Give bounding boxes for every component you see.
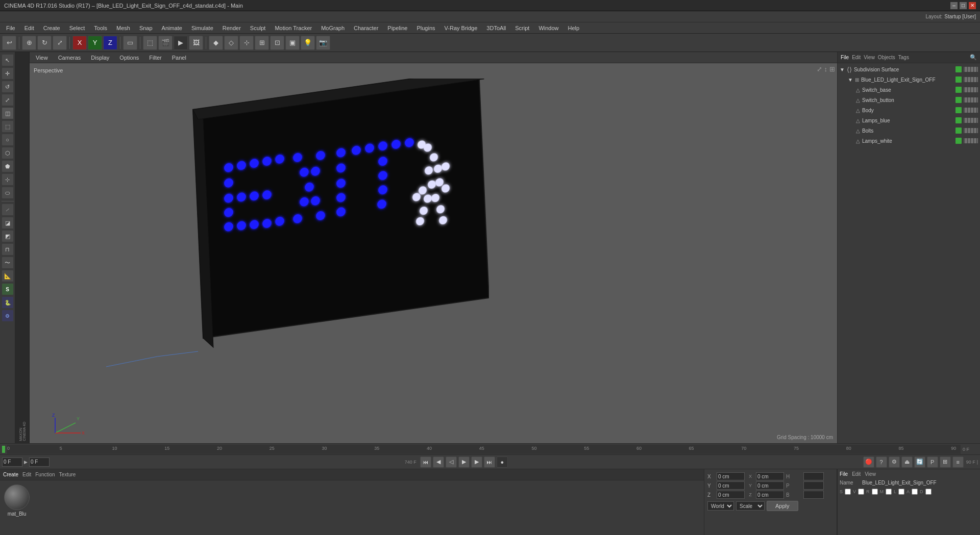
- mat-tab-texture[interactable]: Texture: [59, 472, 76, 477]
- vp-menu-display[interactable]: Display: [89, 54, 111, 62]
- select-btn[interactable]: ▭: [123, 36, 137, 50]
- menu-edit[interactable]: Edit: [20, 24, 38, 32]
- tool-scale[interactable]: ⤢: [2, 94, 14, 106]
- attr-d-check[interactable]: [925, 489, 932, 495]
- axis-z[interactable]: Z: [103, 36, 117, 50]
- points-view[interactable]: ⊹: [239, 36, 254, 50]
- record-btn[interactable]: ●: [497, 456, 508, 468]
- tab-view[interactable]: View: [864, 55, 875, 60]
- scene-item-subdivision[interactable]: ▼ ⟨⟩ Subdivision Surface: [838, 64, 980, 74]
- menu-3dtoall[interactable]: 3DToAll: [482, 24, 510, 32]
- vp-menu-options[interactable]: Options: [117, 54, 141, 62]
- attr-s-check[interactable]: [845, 489, 851, 495]
- light-view[interactable]: 💡: [301, 36, 315, 50]
- attr-l-check[interactable]: [898, 489, 904, 495]
- tool-python[interactable]: 🐍: [2, 296, 14, 309]
- picture-viewer[interactable]: 🖼: [189, 36, 203, 50]
- tool-spline[interactable]: 〜: [2, 257, 14, 269]
- menu-snap[interactable]: Snap: [135, 24, 157, 32]
- menu-motiontracker[interactable]: Motion Tracker: [271, 24, 316, 32]
- tool-bridge[interactable]: ⊓: [2, 243, 14, 256]
- mode-scale[interactable]: ⤢: [53, 36, 67, 50]
- tab-file[interactable]: File: [841, 55, 849, 60]
- coord-x-rot[interactable]: [756, 472, 784, 480]
- tool-move[interactable]: ✛: [2, 67, 14, 80]
- axis-y[interactable]: Y: [88, 36, 102, 50]
- vp-icon-move[interactable]: ⤢: [817, 65, 822, 73]
- render-all[interactable]: ▶: [174, 36, 188, 50]
- scene-item-led-sign[interactable]: ▼ ⊞ Blue_LED_Light_Exit_Sign_OFF: [838, 74, 980, 85]
- scene-item-switch-button[interactable]: △ Switch_button: [838, 95, 980, 105]
- coord-y-rot[interactable]: [756, 481, 784, 490]
- keyframe-btn[interactable]: 🔴: [863, 456, 874, 468]
- right-attrs-tab-view[interactable]: View: [865, 471, 876, 477]
- play-end-btn[interactable]: ⏭: [484, 456, 495, 468]
- coord-y-pos[interactable]: [717, 481, 745, 490]
- undo-button[interactable]: ↩: [2, 36, 16, 50]
- material-preview-sphere[interactable]: [4, 485, 30, 510]
- help-btn[interactable]: ?: [876, 456, 887, 468]
- frame-current-field[interactable]: [2, 457, 22, 467]
- close-button[interactable]: ✕: [969, 2, 976, 9]
- floor-view[interactable]: ▣: [285, 36, 300, 50]
- tool-lasso[interactable]: ○: [2, 134, 14, 146]
- scene-item-lamps-white[interactable]: △ Lamps_white: [838, 136, 980, 146]
- vp-menu-panel[interactable]: Panel: [170, 54, 188, 62]
- tool-edge[interactable]: ⬟: [2, 160, 14, 172]
- menu-select[interactable]: Select: [65, 24, 89, 32]
- tool-point[interactable]: ⊹: [2, 173, 14, 186]
- vp-icon-camera[interactable]: ↕: [824, 65, 828, 73]
- menu-plugins[interactable]: Plugins: [412, 24, 439, 32]
- mode-rotate[interactable]: ↻: [37, 36, 52, 50]
- menu-character[interactable]: Character: [350, 24, 382, 32]
- right-attrs-tab-file[interactable]: File: [840, 471, 848, 477]
- menu-mograph[interactable]: MoGraph: [317, 24, 349, 32]
- coord-z-rot[interactable]: [756, 491, 784, 499]
- tab-tags[interactable]: Tags: [898, 55, 909, 60]
- right-attrs-tab-edit[interactable]: Edit: [852, 471, 861, 477]
- menu-window[interactable]: Window: [534, 24, 562, 32]
- play-btn[interactable]: ▶: [458, 456, 470, 468]
- wire-view[interactable]: ◇: [224, 36, 238, 50]
- playback-btn5[interactable]: ⊞: [940, 456, 951, 468]
- tool-rotate[interactable]: ↺: [2, 81, 14, 93]
- scene-item-switch-base[interactable]: △ Switch_base: [838, 85, 980, 95]
- mode-move[interactable]: ⊕: [22, 36, 36, 50]
- grid-view[interactable]: ⊞: [255, 36, 269, 50]
- menu-animate[interactable]: Animate: [158, 24, 186, 32]
- coord-x-pos[interactable]: [717, 472, 745, 480]
- tab-objects[interactable]: Objects: [878, 55, 895, 60]
- coord-b-val[interactable]: [803, 491, 824, 499]
- next-frame-btn[interactable]: ▶: [471, 456, 482, 468]
- tool-s[interactable]: S: [2, 283, 14, 295]
- menu-script[interactable]: Script: [511, 24, 533, 32]
- menu-pipeline[interactable]: Pipeline: [383, 24, 411, 32]
- tool-paint[interactable]: ⬭: [2, 187, 14, 199]
- timeline-ruler[interactable]: 0 5 10 15 20 25 30 35 40 45 50 55 60 65 …: [7, 445, 961, 454]
- tab-edit[interactable]: Edit: [852, 55, 861, 60]
- viewport-canvas[interactable]: Perspective ⤢ ↕ ⊞ Grid Spacing : 10000 c…: [30, 63, 837, 443]
- scene-item-body[interactable]: △ Body: [838, 105, 980, 115]
- playback-btn6[interactable]: ≡: [952, 456, 964, 468]
- menu-create[interactable]: Create: [39, 24, 64, 32]
- playback-btn4[interactable]: P: [927, 456, 938, 468]
- render-region[interactable]: ⬚: [143, 36, 157, 50]
- scene-search-icon[interactable]: 🔍: [970, 54, 977, 61]
- attr-r-check[interactable]: [872, 489, 878, 495]
- vp-menu-view[interactable]: View: [34, 54, 50, 62]
- tool-box-select[interactable]: ⬚: [2, 120, 14, 133]
- playback-btn2[interactable]: ⏏: [901, 456, 913, 468]
- mat-tab-create[interactable]: Create: [3, 472, 18, 477]
- maximize-button[interactable]: □: [960, 2, 967, 9]
- menu-tools[interactable]: Tools: [90, 24, 111, 32]
- tool-extrude[interactable]: ◪: [2, 217, 14, 229]
- prev-play-btn[interactable]: ◁: [446, 456, 457, 468]
- vp-menu-cameras[interactable]: Cameras: [56, 54, 83, 62]
- coord-z-pos[interactable]: [717, 491, 745, 499]
- attr-m-check[interactable]: [886, 489, 892, 495]
- minimize-button[interactable]: –: [950, 2, 958, 9]
- frame-preview-field[interactable]: [29, 457, 50, 467]
- prev-frame-btn[interactable]: ◀: [433, 456, 444, 468]
- scene-item-lamps-blue[interactable]: △ Lamps_blue: [838, 115, 980, 125]
- menu-sculpt[interactable]: Sculpt: [246, 24, 270, 32]
